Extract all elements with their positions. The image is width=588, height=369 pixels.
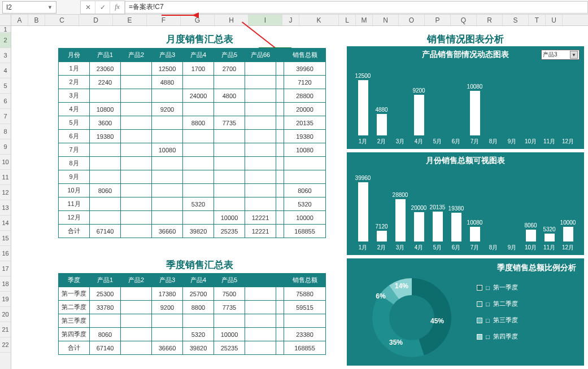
- table-cell[interactable]: [152, 130, 183, 143]
- table-cell[interactable]: 5320: [183, 197, 214, 211]
- table-cell[interactable]: [245, 157, 276, 170]
- table-header-cell[interactable]: 产品4: [183, 49, 214, 62]
- table-cell[interactable]: [276, 287, 284, 301]
- table-cell[interactable]: [90, 143, 121, 157]
- table-cell[interactable]: 10000: [284, 211, 326, 225]
- table-cell[interactable]: 39820: [183, 341, 214, 355]
- table-cell[interactable]: [90, 89, 121, 103]
- table-cell[interactable]: [245, 143, 276, 157]
- table-cell[interactable]: 10080: [152, 143, 183, 157]
- table-cell[interactable]: 1月: [59, 62, 90, 76]
- table-cell[interactable]: [183, 157, 214, 170]
- column-header[interactable]: A: [11, 15, 28, 25]
- table-cell[interactable]: 7月: [59, 143, 90, 157]
- table-cell[interactable]: [121, 116, 152, 130]
- table-cell[interactable]: [121, 62, 152, 76]
- table-cell[interactable]: [121, 301, 152, 314]
- table-cell[interactable]: [90, 157, 121, 170]
- table-cell[interactable]: 9200: [152, 301, 183, 314]
- table-header-cell[interactable]: [245, 274, 276, 287]
- table-cell[interactable]: 28800: [284, 89, 326, 103]
- table-cell[interactable]: 12500: [152, 62, 183, 76]
- table-cell[interactable]: 5月: [59, 116, 90, 130]
- table-cell[interactable]: 7500: [214, 287, 245, 301]
- table-header-cell[interactable]: [276, 274, 284, 287]
- row-header[interactable]: 8: [0, 124, 11, 139]
- table-cell[interactable]: [214, 143, 245, 157]
- row-header[interactable]: 13: [0, 200, 11, 216]
- column-header[interactable]: D: [79, 15, 113, 25]
- table-cell[interactable]: 168855: [284, 341, 326, 355]
- table-cell[interactable]: [121, 103, 152, 116]
- table-cell[interactable]: [152, 116, 183, 130]
- table-cell[interactable]: [245, 184, 276, 197]
- table-cell[interactable]: 36660: [152, 341, 183, 355]
- table-cell[interactable]: [245, 170, 276, 184]
- table-cell[interactable]: [214, 170, 245, 184]
- table-cell[interactable]: [121, 328, 152, 341]
- table-cell[interactable]: 2240: [90, 76, 121, 89]
- table-cell[interactable]: [276, 103, 284, 116]
- table-cell[interactable]: [152, 170, 183, 184]
- row-header[interactable]: 9: [0, 139, 11, 155]
- table-cell[interactable]: [245, 197, 276, 211]
- table-cell[interactable]: [152, 184, 183, 197]
- table-cell[interactable]: 23060: [90, 62, 121, 76]
- table-cell[interactable]: 4880: [152, 76, 183, 89]
- table-cell[interactable]: [276, 143, 284, 157]
- table-cell[interactable]: 12221: [245, 211, 276, 225]
- table-cell[interactable]: 25700: [183, 287, 214, 301]
- table-cell[interactable]: [121, 76, 152, 89]
- table-cell[interactable]: [276, 157, 284, 170]
- table-cell[interactable]: [276, 341, 284, 355]
- table-cell[interactable]: 39960: [284, 62, 326, 76]
- table-cell[interactable]: [214, 103, 245, 116]
- table-cell[interactable]: [276, 314, 284, 328]
- table-cell[interactable]: [121, 170, 152, 184]
- column-header[interactable]: J: [282, 15, 299, 25]
- table-cell[interactable]: [276, 62, 284, 76]
- table-cell[interactable]: [152, 314, 183, 328]
- table-cell[interactable]: 67140: [90, 341, 121, 355]
- table-cell[interactable]: 25235: [214, 225, 245, 238]
- row-header[interactable]: 14: [0, 216, 11, 231]
- table-cell[interactable]: [183, 314, 214, 328]
- row-header[interactable]: 11: [0, 170, 11, 185]
- table-cell[interactable]: [152, 157, 183, 170]
- column-header[interactable]: L: [339, 15, 356, 25]
- table-cell[interactable]: [121, 225, 152, 238]
- table-cell[interactable]: 75880: [284, 287, 326, 301]
- row-header[interactable]: 12: [0, 185, 11, 200]
- column-header[interactable]: Q: [451, 15, 477, 25]
- table-cell[interactable]: 9200: [152, 103, 183, 116]
- table-cell[interactable]: [90, 197, 121, 211]
- table-cell[interactable]: 67140: [90, 225, 121, 238]
- table-cell[interactable]: 9月: [59, 170, 90, 184]
- table-cell[interactable]: 2700: [214, 62, 245, 76]
- row-header[interactable]: 17: [0, 261, 11, 276]
- column-header[interactable]: M: [356, 15, 373, 25]
- monthly-sales-table[interactable]: 月份产品1产品2产品3产品4产品5产品66销售总额1月2306012500170…: [58, 48, 326, 238]
- table-cell[interactable]: 8060: [90, 328, 121, 341]
- table-cell[interactable]: [121, 197, 152, 211]
- table-cell[interactable]: 4月: [59, 103, 90, 116]
- table-cell[interactable]: 39820: [183, 225, 214, 238]
- column-header[interactable]: S: [503, 15, 529, 25]
- table-header-cell[interactable]: 季度: [59, 274, 90, 287]
- row-header[interactable]: 15: [0, 231, 11, 246]
- table-cell[interactable]: 第四季度: [59, 328, 90, 341]
- table-header-cell[interactable]: 销售总额: [284, 49, 326, 62]
- row-header[interactable]: 10: [0, 155, 11, 170]
- row-header[interactable]: 7: [0, 109, 11, 124]
- table-cell[interactable]: [214, 157, 245, 170]
- table-cell[interactable]: [284, 314, 326, 328]
- table-cell[interactable]: [284, 157, 326, 170]
- table-cell[interactable]: [121, 157, 152, 170]
- row-header[interactable]: 16: [0, 246, 11, 261]
- table-cell[interactable]: [183, 103, 214, 116]
- table-cell[interactable]: [245, 103, 276, 116]
- table-cell[interactable]: [214, 76, 245, 89]
- table-cell[interactable]: [245, 328, 276, 341]
- row-header[interactable]: 1: [0, 26, 11, 33]
- column-header[interactable]: N: [373, 15, 399, 25]
